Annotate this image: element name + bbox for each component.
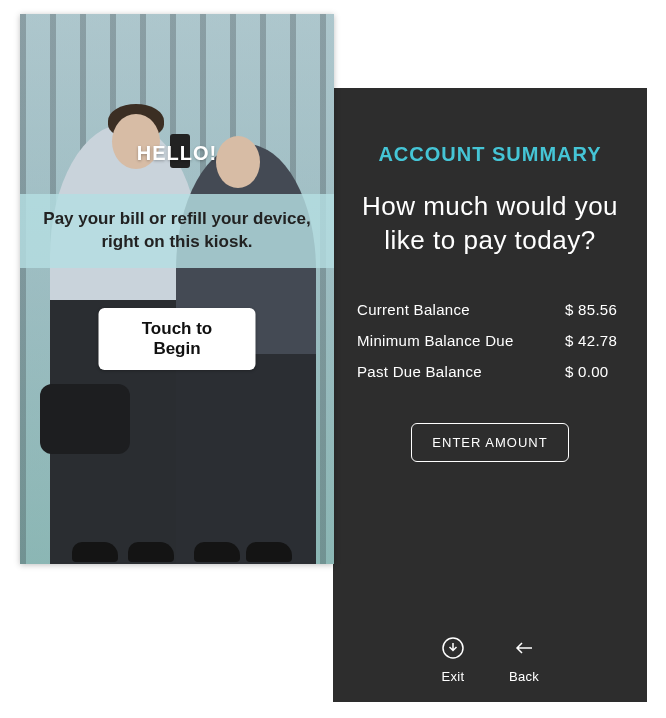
balance-row-current: Current Balance $ 85.56 bbox=[357, 294, 623, 325]
balance-row-pastdue: Past Due Balance $ 0.00 bbox=[357, 356, 623, 387]
balance-amount: $ 0.00 bbox=[565, 363, 623, 380]
balance-label: Past Due Balance bbox=[357, 363, 482, 380]
exit-button[interactable]: Exit bbox=[441, 636, 465, 684]
welcome-panel: HELLO! Pay your bill or refill your devi… bbox=[20, 14, 334, 564]
tagline-strip: Pay your bill or refill your device, rig… bbox=[20, 194, 334, 268]
exit-icon bbox=[441, 636, 465, 663]
account-summary-panel: ACCOUNT SUMMARY How much would you like … bbox=[333, 88, 647, 702]
balance-label: Minimum Balance Due bbox=[357, 332, 514, 349]
balance-label: Current Balance bbox=[357, 301, 470, 318]
balance-amount: $ 85.56 bbox=[565, 301, 623, 318]
balance-list: Current Balance $ 85.56 Minimum Balance … bbox=[357, 294, 623, 387]
back-arrow-icon bbox=[512, 636, 536, 663]
back-label: Back bbox=[509, 669, 539, 684]
bag-illustration bbox=[40, 384, 130, 454]
account-summary-title: ACCOUNT SUMMARY bbox=[357, 143, 623, 166]
payment-question: How much would you like to pay today? bbox=[357, 190, 623, 258]
balance-row-minimum: Minimum Balance Due $ 42.78 bbox=[357, 325, 623, 356]
back-button[interactable]: Back bbox=[509, 636, 539, 684]
enter-amount-button[interactable]: ENTER AMOUNT bbox=[411, 423, 568, 462]
balance-amount: $ 42.78 bbox=[565, 332, 623, 349]
footer-nav: Exit Back bbox=[333, 636, 647, 684]
touch-to-begin-button[interactable]: Touch to Begin bbox=[99, 308, 256, 370]
exit-label: Exit bbox=[442, 669, 465, 684]
greeting-text: HELLO! bbox=[20, 142, 334, 165]
